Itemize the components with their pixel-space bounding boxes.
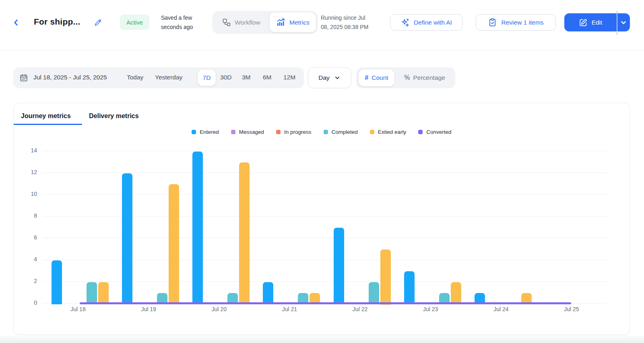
count-label: Count: [372, 74, 388, 81]
bar-entered-jul-18[interactable]: [52, 260, 62, 305]
rename-button[interactable]: [93, 17, 103, 28]
clipboard-check-icon: [488, 18, 497, 27]
pencil-icon: [93, 18, 102, 27]
back-chevron-icon: [12, 18, 21, 27]
chevron-down-icon: [619, 19, 627, 27]
y-axis-label-0: 0: [20, 299, 37, 306]
gridline-14: [43, 151, 607, 151]
count-percentage-toggle: # Count % Percentage: [356, 67, 455, 88]
converted-zero-line[interactable]: [80, 302, 571, 305]
ai-sparkle-icon: [400, 18, 410, 27]
page-bottom-strip: [0, 336, 644, 343]
bar-exited-early-jul-20[interactable]: [239, 162, 250, 304]
y-axis-label-10: 10: [20, 191, 37, 197]
y-axis-label-6: 6: [20, 234, 37, 241]
bar-exited-early-jul-18[interactable]: [98, 282, 109, 305]
running-since-text: Running since Jul 08, 2025 08:38 PM: [321, 13, 374, 32]
preset-7d[interactable]: 7D: [198, 70, 216, 86]
edit-button-main[interactable]: Edit: [564, 13, 617, 31]
preset-today[interactable]: Today: [127, 74, 143, 81]
back-button[interactable]: [10, 17, 22, 28]
percentage-label: Percentage: [413, 74, 445, 81]
view-toggle: Workflow Metrics: [212, 11, 318, 34]
preset-30d[interactable]: 30D: [220, 74, 231, 81]
y-axis-label-12: 12: [20, 169, 37, 175]
hash-icon: #: [365, 74, 368, 81]
edit-split-button[interactable]: Edit: [564, 13, 630, 31]
y-axis-label-4: 4: [20, 256, 37, 262]
bar-exited-early-jul-22[interactable]: [380, 249, 391, 305]
review-items-label: Review 1 items: [501, 19, 543, 26]
gridline-12: [43, 173, 607, 173]
status-badge: Active: [120, 15, 149, 30]
y-axis-label-2: 2: [20, 278, 37, 284]
workflow-label: Workflow: [235, 19, 260, 26]
tab-metrics[interactable]: Metrics: [270, 12, 316, 32]
bar-exited-early-jul-23[interactable]: [451, 282, 461, 305]
x-axis-label-jul-22: Jul 22: [342, 306, 378, 312]
metrics-chart-icon: [276, 18, 286, 27]
bar-entered-jul-22[interactable]: [334, 228, 344, 305]
bar-entered-jul-20[interactable]: [192, 152, 203, 304]
mode-percentage-button[interactable]: % Percentage: [396, 69, 453, 86]
preset-6m[interactable]: 6M: [263, 74, 272, 81]
bar-completed-jul-18[interactable]: [87, 282, 97, 305]
page-title: For shipp...: [34, 17, 80, 27]
x-axis-label-jul-20: Jul 20: [201, 306, 237, 312]
granularity-dropdown[interactable]: Day: [308, 67, 351, 88]
bar-chart: 02468101214Jul 18Jul 19Jul 20Jul 21Jul 2…: [14, 103, 630, 335]
x-axis-label-jul-19: Jul 19: [130, 306, 167, 312]
granularity-value: Day: [318, 74, 330, 81]
date-range-value[interactable]: Jul 18, 2025 - Jul 25, 2025: [33, 74, 107, 81]
review-items-button[interactable]: Review 1 items: [476, 14, 556, 31]
edit-split-divider: [617, 11, 617, 35]
x-axis-label-jul-21: Jul 21: [271, 306, 308, 312]
x-axis-label-jul-25: Jul 25: [553, 306, 590, 312]
y-axis-label-14: 14: [20, 147, 37, 154]
edit-pencil-square-icon: [579, 18, 588, 27]
metrics-card: Journey metrics Delivery metrics Entered…: [13, 103, 630, 335]
define-with-ai-label: Define with AI: [414, 19, 452, 26]
y-axis-label-8: 8: [20, 212, 37, 219]
x-axis-label-jul-18: Jul 18: [60, 306, 96, 312]
chevron-down-icon: [334, 74, 341, 81]
journey-metrics-page: For shipp... Active Saved a few seconds …: [0, 0, 644, 343]
bar-entered-jul-19[interactable]: [122, 173, 132, 304]
saved-status-text: Saved a few seconds ago: [161, 13, 201, 32]
preset-12m[interactable]: 12M: [283, 74, 295, 81]
bar-entered-jul-21[interactable]: [263, 282, 273, 305]
header-divider: [0, 50, 644, 50]
calendar-icon: [19, 73, 28, 82]
edit-dropdown-toggle[interactable]: [617, 13, 630, 31]
tab-workflow[interactable]: Workflow: [212, 11, 270, 34]
workflow-icon: [222, 18, 231, 27]
bar-exited-early-jul-19[interactable]: [169, 184, 179, 304]
preset-yesterday[interactable]: Yesterday: [155, 74, 182, 81]
define-with-ai-button[interactable]: Define with AI: [390, 14, 462, 31]
bar-entered-jul-23[interactable]: [404, 271, 415, 305]
bar-completed-jul-22[interactable]: [369, 282, 379, 305]
percent-icon: %: [404, 74, 410, 81]
preset-3m[interactable]: 3M: [242, 74, 251, 81]
x-axis-label-jul-23: Jul 23: [413, 306, 449, 312]
metrics-label: Metrics: [289, 19, 310, 26]
mode-count-button[interactable]: # Count: [359, 69, 394, 86]
edit-button-label: Edit: [592, 19, 603, 26]
x-axis-label-jul-24: Jul 24: [483, 306, 519, 312]
date-filter-bar: Jul 18, 2025 - Jul 25, 2025 Today Yester…: [13, 67, 304, 88]
